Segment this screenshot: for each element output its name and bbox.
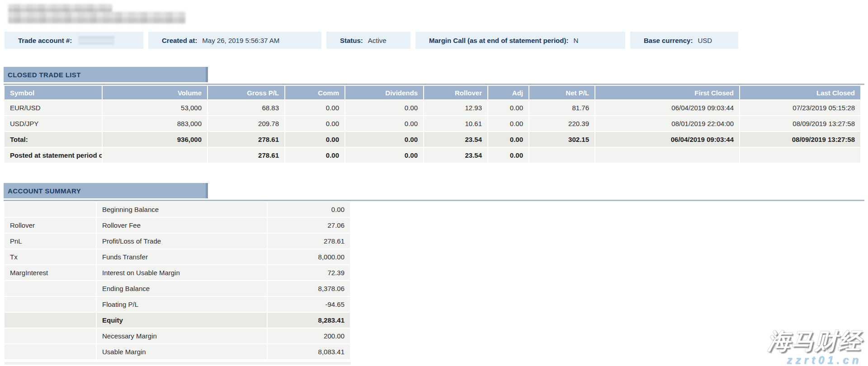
cell-code [5, 202, 96, 217]
col-symbol: Symbol [5, 86, 102, 99]
cell-dividends: 0.00 [345, 132, 423, 147]
col-comm: Comm [285, 86, 344, 99]
account-summary-table-body: Beginning Balance0.00RolloverRollover Fe… [5, 202, 350, 359]
summary-row: Necessary Margin200.00 [5, 328, 350, 343]
col-dividends: Dividends [345, 86, 423, 99]
cell-volume: 883,000 [103, 116, 207, 131]
account-summary-section: ACCOUNT SUMMARY Beginning Balance0.00Rol… [4, 183, 864, 360]
trade-row: USD/JPY883,000209.780.000.0010.610.00220… [5, 116, 860, 131]
cell-value: 200.00 [268, 328, 350, 343]
cell-value: 8,083.41 [268, 344, 350, 359]
header-row: SymbolVolumeGross P/LCommDividendsRollov… [5, 86, 860, 99]
account-info-bar: Trade account #:Created at:May 26, 2019 … [5, 32, 738, 49]
cell-comm: 0.00 [285, 132, 344, 147]
info-value: USD [698, 37, 712, 44]
cell-name: Profit/Loss of Trade [97, 234, 267, 249]
closed-trade-table: SymbolVolumeGross P/LCommDividendsRollov… [4, 85, 861, 164]
summary-row: TxFunds Transfer8,000.00 [5, 249, 350, 264]
cell-last_closed: 08/09/2019 13:27:58 [740, 116, 860, 131]
cell-first_closed [595, 148, 739, 163]
cell-dividends: 0.00 [345, 100, 423, 115]
cell-code: Tx [5, 249, 96, 264]
info-value: May 26, 2019 5:56:37 AM [202, 37, 279, 44]
info-item: Trade account #: [5, 32, 143, 49]
redacted-report-title [8, 4, 112, 14]
cell-name: Usable Margin [97, 344, 267, 359]
info-label: Trade account #: [18, 37, 72, 44]
col-first_closed: First Closed [595, 86, 739, 99]
closed-trade-table-header: SymbolVolumeGross P/LCommDividendsRollov… [5, 86, 860, 99]
section-tab-account-summary: ACCOUNT SUMMARY [4, 183, 208, 198]
info-label: Created at: [162, 37, 197, 44]
section-tab-closed-trade-list: CLOSED TRADE LIST [4, 67, 208, 82]
cell-comm: 0.00 [285, 100, 344, 115]
cell-comm: 0.00 [285, 116, 344, 131]
col-rollover: Rollover [424, 86, 487, 99]
cell-code [5, 281, 96, 296]
cell-volume: 53,000 [103, 100, 207, 115]
cell-code [5, 328, 96, 343]
cell-rollover: 23.54 [424, 132, 487, 147]
cell-gross_pl: 278.61 [208, 148, 284, 163]
info-item: Created at:May 26, 2019 5:56:37 AM [148, 32, 321, 49]
col-gross_pl: Gross P/L [208, 86, 284, 99]
closed-trade-section: CLOSED TRADE LIST SymbolVolumeGross P/LC… [4, 67, 864, 164]
cell-dividends: 0.00 [345, 116, 423, 131]
cell-net_pl [529, 148, 594, 163]
cell-last_closed: 07/23/2019 05:15:28 [740, 100, 860, 115]
summary-row: Floating P/L-94.65 [5, 297, 350, 312]
summary-row: RolloverRollover Fee27.06 [5, 218, 350, 233]
cell-value: 278.61 [268, 234, 350, 249]
cell-volume: 936,000 [103, 132, 207, 147]
cell-comm: 0.00 [285, 148, 344, 163]
cell-code [5, 313, 96, 328]
cell-name: Equity [97, 313, 267, 328]
cell-volume [103, 148, 207, 163]
cut-off-row-sliver [5, 362, 351, 365]
cell-name: Beginning Balance [97, 202, 267, 217]
summary-row: Usable Margin8,083.41 [5, 344, 350, 359]
cell-symbol: USD/JPY [5, 116, 102, 131]
cell-rollover: 10.61 [424, 116, 487, 131]
cell-code: PnL [5, 234, 96, 249]
info-value: Active [368, 37, 387, 44]
cell-net_pl: 81.76 [529, 100, 594, 115]
cell-name: Ending Balance [97, 281, 267, 296]
cell-code [5, 297, 96, 312]
section-title-account-summary: ACCOUNT SUMMARY [8, 187, 81, 195]
posted-row: Posted at statement period of time:278.6… [5, 148, 860, 163]
summary-row: MargInterestInterest on Usable Margin72.… [5, 265, 350, 280]
cell-value: 27.06 [268, 218, 350, 233]
cell-adj: 0.00 [488, 148, 528, 163]
cell-name: Interest on Usable Margin [97, 265, 267, 280]
cell-symbol: Posted at statement period of time: [5, 148, 102, 163]
cell-name: Necessary Margin [97, 328, 267, 343]
summary-row: Beginning Balance0.00 [5, 202, 350, 217]
info-value: N [573, 37, 578, 44]
cell-code: Rollover [5, 218, 96, 233]
trade-row: EUR/USD53,00068.830.000.0012.930.0081.76… [5, 100, 860, 115]
cell-value: 8,283.41 [268, 313, 350, 328]
cell-dividends: 0.00 [345, 148, 423, 163]
cell-gross_pl: 278.61 [208, 132, 284, 147]
summary-row: PnLProfit/Loss of Trade278.61 [5, 234, 350, 249]
cell-code [5, 344, 96, 359]
cell-rollover: 12.93 [424, 100, 487, 115]
cell-adj: 0.00 [488, 132, 528, 147]
total-row: Total:936,000278.610.000.0023.540.00302.… [5, 132, 860, 147]
cell-name: Rollover Fee [97, 218, 267, 233]
cell-name: Funds Transfer [97, 249, 267, 264]
cell-first_closed: 08/01/2019 22:04:00 [595, 116, 739, 131]
cell-last_closed: 08/09/2019 13:27:58 [740, 132, 860, 147]
cell-symbol: Total: [5, 132, 102, 147]
cell-adj: 0.00 [488, 116, 528, 131]
cell-adj: 0.00 [488, 100, 528, 115]
col-adj: Adj [488, 86, 528, 99]
cell-last_closed [740, 148, 860, 163]
cell-symbol: EUR/USD [5, 100, 102, 115]
info-item: Base currency:USD [630, 32, 738, 49]
col-volume: Volume [103, 86, 207, 99]
cell-value: 72.39 [268, 265, 350, 280]
col-net_pl: Net P/L [529, 86, 594, 99]
cell-value: 8,000.00 [268, 249, 350, 264]
